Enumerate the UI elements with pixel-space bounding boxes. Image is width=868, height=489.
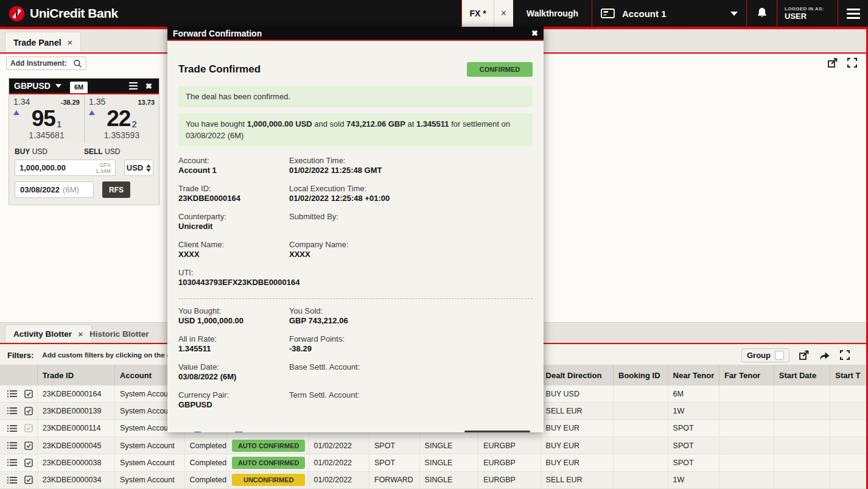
field-label: You Bought: [178,306,289,316]
cell-near-tenor: SPOT [668,420,720,437]
row-menu-icon[interactable] [7,459,17,466]
row-confirm-icon[interactable] [24,407,33,415]
amount-input[interactable]: 1,000,000.00 GFA 1.34M [15,160,116,176]
cell-far-tenor [719,420,774,437]
notifications-button[interactable] [746,0,777,27]
add-instrument-input[interactable]: Add Instrument: [6,57,86,70]
tab-walkthrough[interactable]: Walkthrough [513,0,592,27]
confirmation-badge: UNCONFIRMED [232,474,305,486]
field-value: XXXX [178,250,289,259]
field-value: -38.29 [289,344,533,354]
account-selector[interactable]: Account 1 [592,0,746,27]
tab-activity-blotter[interactable]: Activity Blotter × [5,325,92,343]
modal-close-icon[interactable]: ✖ [531,29,538,38]
share-icon[interactable] [819,350,830,361]
cell-near-tenor: SPOT [668,437,720,454]
tab-activity-blotter-label: Activity Blotter [13,329,72,339]
row-actions-cell [0,403,38,419]
row-menu-icon[interactable] [7,390,17,398]
tab-fx[interactable]: FX * × [461,0,513,27]
field-forward-points-: Forward Points:-38.29 [289,334,533,354]
row-menu-icon[interactable] [7,442,17,449]
document-icon[interactable] [193,431,205,432]
buy-rate-big-figure: 95 [32,109,55,128]
cell-pair: EURGBP [478,437,541,454]
popout-icon[interactable] [799,350,810,361]
table-row[interactable]: 23KDBE0000045System AccountCompletedAUTO… [0,437,868,454]
buy-forward-points: -38.29 [61,99,80,106]
modal-heading: Trade Confirmed [178,63,261,76]
tab-trade-panel-close-icon[interactable]: × [68,37,73,47]
field-value: 01/02/2022 12:25:48 +01:00 [289,194,533,203]
field-value: Account 1 [178,166,289,175]
widget-menu-icon[interactable] [127,80,140,93]
print-icon[interactable] [232,431,246,432]
value-date-input[interactable]: 03/08/2022 (6M) [15,181,94,198]
chevron-down-icon[interactable] [55,84,61,88]
trade-summary-segment: 1.345511 [416,119,449,128]
row-confirm-icon[interactable] [24,424,33,432]
column-header-dealt-direction[interactable]: Dealt Direction [541,365,614,385]
field-execution-time-: Execution Time:01/02/2022 11:25:48 GMT [289,156,533,175]
field-trade-id-: Trade ID:23KDBE0000164 [178,184,289,203]
field-label: Forward Points: [289,334,533,344]
cell-direction: BUY EUR [541,454,614,471]
field-label: You Sold: [289,306,533,316]
row-confirm-icon[interactable] [24,390,33,398]
popout-icon[interactable] [827,57,838,68]
field-counterparty-: Counterparty:Unicredit [178,212,289,231]
field-label: Local Execution Time: [289,184,533,194]
cell-pair: EURGBP [478,472,541,488]
widget-close-icon[interactable]: ✖ [144,80,154,92]
rfs-button[interactable]: RFS [102,181,130,198]
currency-select[interactable]: USD [124,160,153,176]
group-label: Group [747,351,771,360]
column-header-start-t[interactable]: Start T [830,365,868,385]
column-header-blank[interactable] [0,365,38,385]
row-actions-cell [0,385,38,402]
cell-start-date [774,472,831,488]
row-confirm-icon[interactable] [24,459,33,467]
field-label: Counterparty: [178,212,289,222]
row-menu-icon[interactable] [7,407,17,415]
brand-name: UniCredit Bank [30,6,118,21]
column-header-start-date[interactable]: Start Date [774,365,831,385]
field-value: GBPUSD [178,400,289,410]
column-header-far-tenor[interactable]: Far Tenor [719,365,774,385]
updown-stepper-icon [146,164,151,172]
cell-far-tenor [719,403,774,419]
tab-trade-panel[interactable]: Trade Panel × [5,32,81,52]
fullscreen-icon[interactable] [847,57,858,68]
row-confirm-icon[interactable] [24,476,33,484]
group-toggle[interactable]: Group [741,348,789,362]
table-row[interactable]: 23KDBE0000038System AccountCompletedAUTO… [0,454,868,471]
logged-in-status: LOGGED IN AS: USER [777,0,838,27]
fullscreen-icon[interactable] [839,350,850,361]
field-label: Submitted By: [289,212,533,222]
column-header-trade-id[interactable]: Trade ID [38,365,115,385]
row-confirm-icon[interactable] [24,442,33,450]
cell-trade-id: 23KDBE0000114 [38,420,115,437]
close-button[interactable]: Close [464,431,530,432]
field-label: Client Name: [178,240,289,250]
buy-price-tile[interactable]: 1.34 -38.29 95 1 1.345681 [9,94,84,143]
row-menu-icon[interactable] [7,424,17,432]
table-row[interactable]: 23KDBE0000034System AccountCompletedUNCO… [0,472,868,489]
cell-start-time [830,454,868,471]
main-menu-button[interactable] [838,0,868,27]
tab-historic-blotter[interactable]: Historic Blotter [82,325,157,343]
currency-pair-selector[interactable]: GBPUSD [14,81,51,91]
tenor-chip[interactable]: 6M [70,82,88,93]
column-header-near-tenor[interactable]: Near Tenor [668,365,720,385]
tab-fx-close-icon[interactable]: × [494,0,513,27]
field-value [289,400,533,410]
cell-start-date [774,437,831,454]
amount-value: 1,000,000.00 [19,163,96,172]
sell-price-tile[interactable]: 1.35 13.73 22 2 1.353593 [84,94,159,143]
column-header-booking-id[interactable]: Booking ID [614,365,668,385]
row-menu-icon[interactable] [7,476,17,484]
confirmation-badge: AUTO CONFIRMED [232,440,305,452]
group-checkbox[interactable] [775,351,784,360]
field-value: 1.345511 [178,344,289,354]
cell-booking-id [614,472,668,488]
